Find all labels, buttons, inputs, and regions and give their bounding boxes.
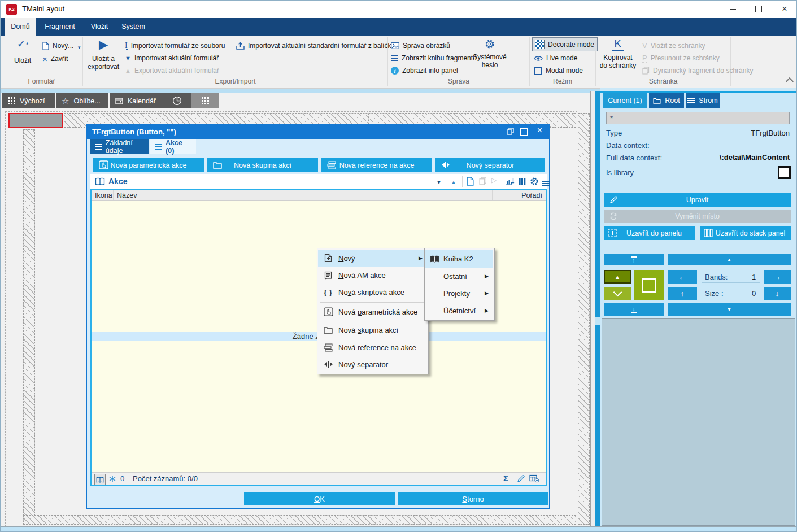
layout-band-bottom[interactable] [23, 515, 576, 525]
move-to-top-button[interactable]: ↑ [604, 254, 664, 265]
form-tab-vychozi[interactable]: Výchozí [2, 93, 55, 108]
splitter-handle[interactable] [595, 317, 600, 325]
move-to-bottom-button[interactable]: ↓ [604, 303, 664, 316]
save-button[interactable]: ✓* Uložit [6, 38, 39, 64]
dialog-maximize-button[interactable] [520, 128, 528, 136]
window-maximize-button[interactable] [746, 1, 772, 18]
bands-decrease-button[interactable]: ← [668, 270, 697, 284]
window-minimize-button[interactable] [720, 1, 746, 18]
menu-item-nova-skupina-akci[interactable]: Nová skupina akcí [318, 321, 426, 338]
ribbon-collapse-button[interactable] [787, 79, 792, 84]
menu-item-novy-separator[interactable]: Nový separator [318, 356, 426, 373]
sort-asc-icon[interactable]: ▲ [451, 179, 456, 185]
grid-settings-gear-icon[interactable] [530, 177, 539, 188]
modal-mode-toggle[interactable]: Modal mode [534, 65, 583, 76]
uzavrit-do-stack-panel-button[interactable]: Uzavřít do stack panel [700, 226, 791, 240]
field-underline [702, 299, 760, 299]
import-current-form-button[interactable]: ▼ Importovat aktuální formulář [125, 53, 219, 64]
splitter-bar[interactable] [595, 91, 600, 526]
copy-record-icon[interactable] [479, 177, 487, 187]
is-library-checkbox[interactable] [778, 166, 791, 179]
dialog-titlebar[interactable]: TFrgtButton (Button, "") × [87, 124, 549, 139]
system-password-button[interactable]: Systémové heslo [472, 39, 508, 69]
dialog-restore-button[interactable] [507, 128, 514, 137]
new-separator-button[interactable]: Nový separator [435, 158, 545, 172]
submenu-item-ucetnictvi[interactable]: Účetnictví ▶ [425, 302, 493, 319]
panel-tab-current[interactable]: Current (1) [603, 93, 647, 108]
vymenit-misto-button[interactable]: Vyměnit místo [604, 210, 791, 223]
storno-button[interactable]: Storno [398, 492, 548, 505]
ribbon-tab-domu[interactable]: Domů [5, 18, 36, 36]
menu-item-nova-reference-na-akce[interactable]: Nová reference na akce [318, 339, 426, 356]
panel-splitter[interactable] [590, 91, 600, 526]
uzavrit-do-panelu-button[interactable]: Uzavřít do panelu [604, 226, 695, 240]
run-icon[interactable]: ▷ [491, 176, 497, 184]
book-view-toggle[interactable] [94, 474, 106, 485]
layout-band-left[interactable] [23, 129, 35, 525]
submenu-item-kniha-k2[interactable]: Kniha K2 [425, 250, 493, 268]
menu-item-nova-parametricka-akce[interactable]: Nová parametrická akce [318, 303, 426, 320]
selected-fragment-placeholder[interactable] [8, 113, 63, 128]
sort-desc-icon[interactable]: ▼ [436, 179, 442, 185]
expand-up-button[interactable]: ▲ [668, 254, 791, 265]
chart-icon[interactable] [506, 177, 515, 187]
save-and-export-button[interactable]: ▶ Uložit a exportovat [85, 38, 121, 71]
import-standard-form-button[interactable]: Importovat aktuální standardní formulář … [236, 40, 395, 51]
submenu-item-projekty[interactable]: Projekty ▶ [425, 285, 493, 302]
decorate-mode-toggle[interactable]: Decorate mode [532, 37, 598, 51]
column-header-nazev[interactable]: Název [114, 190, 493, 200]
export-current-form-button[interactable]: ▲ Exportovat aktuální formulář [125, 65, 219, 76]
move-from-clipboard-button[interactable]: P Přesunout ze schránky [642, 53, 720, 64]
new-parametric-action-button[interactable]: Nová parametrická akce [93, 158, 204, 172]
panel-tab-strom[interactable]: Strom [686, 93, 720, 108]
panel-tab-root[interactable]: Root [649, 93, 684, 108]
snowflake-icon[interactable] [108, 475, 116, 485]
ok-button[interactable]: OK [244, 492, 395, 505]
size-decrease-button[interactable]: ↓ [764, 287, 791, 300]
window-close-button[interactable]: × [772, 1, 797, 18]
layout-band-right[interactable] [578, 113, 590, 525]
new-record-icon[interactable] [467, 177, 474, 188]
grid-menu-icon[interactable] [542, 181, 550, 186]
table-add-icon[interactable] [529, 474, 539, 485]
select-element-button[interactable] [634, 270, 664, 300]
dialog-tab-akce[interactable]: Akce (0) [150, 139, 196, 154]
sum-sigma-icon[interactable]: Σ [503, 473, 508, 483]
ribbon-tab-system[interactable]: Systém [117, 18, 150, 36]
form-tab-grid[interactable] [191, 93, 219, 108]
form-tab-kalendar[interactable]: Kalendář [110, 93, 163, 108]
new-action-reference-button[interactable]: Nová reference na akce [321, 158, 432, 172]
dynamic-fragment-clipboard-button[interactable]: Dynamický fragment do schránky [642, 65, 753, 76]
import-form-from-file-button[interactable]: I Importovat formulář ze souboru [125, 40, 225, 51]
upravit-button[interactable]: Upravit [604, 193, 791, 207]
close-form-button[interactable]: × Zavřít [42, 53, 68, 64]
manage-images-button[interactable]: Správa obrázků [391, 40, 450, 51]
show-fragment-book-button[interactable]: Zobrazit knihu fragmentů [391, 53, 477, 64]
ribbon-tab-fragment[interactable]: Fragment [38, 18, 82, 36]
form-tab-clock[interactable] [163, 93, 191, 108]
menu-item-nova-skriptova-akce[interactable]: { } Nová skriptová akce [318, 284, 426, 300]
bands-increase-button[interactable]: → [764, 270, 791, 284]
dialog-close-button[interactable]: × [537, 125, 542, 136]
new-form-button[interactable]: Nový... ▼ [42, 40, 81, 51]
move-down-button[interactable] [604, 287, 631, 300]
columns-icon[interactable] [519, 177, 526, 187]
new-action-group-button[interactable]: Nová skupina akcí [207, 158, 318, 172]
column-header-ikona[interactable]: Ikona [92, 190, 114, 200]
expand-down-button[interactable]: ▼ [668, 303, 791, 316]
size-increase-button[interactable]: ↑ [668, 287, 697, 300]
edit-pencil-icon[interactable] [517, 474, 525, 485]
paste-from-clipboard-button[interactable]: V Vložit ze schránky [642, 40, 705, 51]
copy-to-clipboard-button[interactable]: K Kopírovat do schránky [599, 38, 637, 69]
live-mode-toggle[interactable]: Live mode [534, 53, 577, 64]
form-tab-oblibene[interactable]: ☆ Oblíbe... [56, 93, 108, 108]
column-header-poradi[interactable]: Pořadí [530, 190, 546, 200]
ribbon-tab-vlozit[interactable]: Vložit [84, 18, 115, 36]
dialog-tab-zakladni-udaje[interactable]: Základní údaje [90, 139, 149, 154]
menu-item-novy[interactable]: Nový ▶ [318, 250, 426, 267]
filter-input[interactable]: * [606, 112, 790, 124]
submenu-item-ostatni[interactable]: Ostatní ▶ [425, 268, 493, 285]
show-info-panel-button[interactable]: i Zobrazit info panel [391, 65, 458, 76]
menu-item-nova-am-akce[interactable]: Nová AM akce [318, 267, 426, 284]
move-up-selected-button[interactable]: ▲ [604, 270, 631, 284]
